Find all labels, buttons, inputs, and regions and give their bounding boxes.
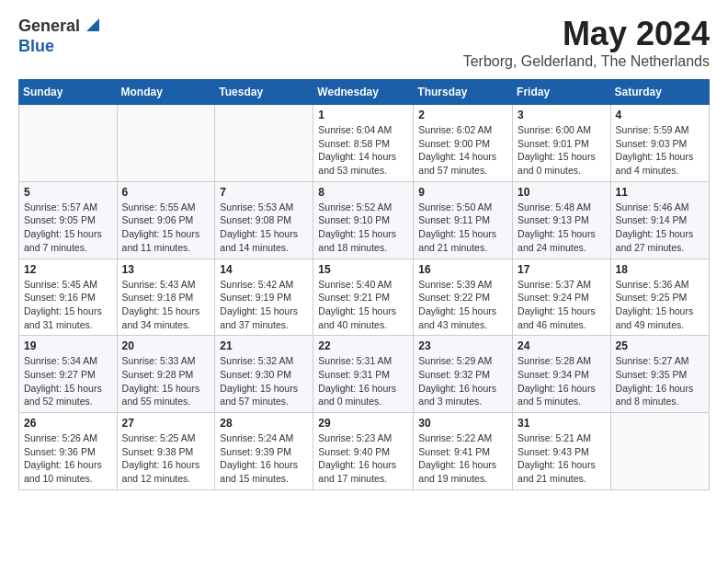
day-info: Sunrise: 5:57 AMSunset: 9:05 PMDaylight:… [24, 201, 112, 255]
day-info: Sunrise: 5:27 AMSunset: 9:35 PMDaylight:… [616, 354, 704, 408]
logo-icon [83, 17, 99, 33]
day-info: Sunrise: 5:22 AMSunset: 9:41 PMDaylight:… [418, 431, 507, 486]
calendar-cell: 28Sunrise: 5:24 AMSunset: 9:39 PMDayligh… [215, 413, 313, 490]
day-number: 26 [24, 417, 112, 430]
day-info: Sunrise: 5:48 AMSunset: 9:13 PMDaylight:… [518, 201, 606, 255]
calendar-cell: 11Sunrise: 5:46 AMSunset: 9:14 PMDayligh… [610, 181, 709, 259]
calendar-cell: 2Sunrise: 6:02 AMSunset: 9:00 PMDaylight… [414, 105, 513, 182]
calendar-cell: 26Sunrise: 5:26 AMSunset: 9:36 PMDayligh… [19, 413, 118, 490]
calendar-cell: 22Sunrise: 5:31 AMSunset: 9:31 PMDayligh… [313, 336, 414, 413]
logo-blue-text: Blue [18, 37, 54, 56]
calendar-cell: 27Sunrise: 5:25 AMSunset: 9:38 PMDayligh… [117, 413, 215, 490]
day-number: 19 [24, 339, 112, 352]
calendar-table: SundayMondayTuesdayWednesdayThursdayFrid… [18, 79, 710, 490]
calendar-cell: 24Sunrise: 5:28 AMSunset: 9:34 PMDayligh… [513, 336, 611, 413]
day-info: Sunrise: 5:43 AMSunset: 9:18 PMDaylight:… [122, 278, 210, 332]
day-number: 11 [616, 186, 704, 199]
calendar-cell: 23Sunrise: 5:29 AMSunset: 9:32 PMDayligh… [414, 336, 513, 413]
calendar-cell: 10Sunrise: 5:48 AMSunset: 9:13 PMDayligh… [513, 181, 611, 259]
day-number: 18 [616, 263, 704, 276]
day-info: Sunrise: 5:21 AMSunset: 9:43 PMDaylight:… [518, 431, 606, 486]
day-number: 23 [418, 339, 507, 352]
day-info: Sunrise: 5:40 AMSunset: 9:21 PMDaylight:… [318, 278, 408, 332]
calendar-cell: 18Sunrise: 5:36 AMSunset: 9:25 PMDayligh… [610, 259, 709, 336]
month-year-title: May 2024 [463, 15, 710, 53]
calendar-week-row: 12Sunrise: 5:45 AMSunset: 9:16 PMDayligh… [19, 259, 710, 336]
day-info: Sunrise: 5:32 AMSunset: 9:30 PMDaylight:… [220, 354, 308, 408]
day-of-week-header: Wednesday [313, 80, 414, 105]
calendar-cell: 12Sunrise: 5:45 AMSunset: 9:16 PMDayligh… [19, 259, 118, 336]
day-number: 17 [518, 263, 606, 276]
calendar-week-row: 1Sunrise: 6:04 AMSunset: 8:58 PMDaylight… [19, 105, 710, 182]
day-info: Sunrise: 5:23 AMSunset: 9:40 PMDaylight:… [318, 431, 408, 486]
day-info: Sunrise: 6:00 AMSunset: 9:01 PMDaylight:… [518, 123, 606, 178]
calendar-cell: 16Sunrise: 5:39 AMSunset: 9:22 PMDayligh… [414, 259, 513, 336]
calendar-cell: 13Sunrise: 5:43 AMSunset: 9:18 PMDayligh… [117, 259, 215, 336]
day-number: 5 [24, 186, 112, 199]
calendar-cell: 17Sunrise: 5:37 AMSunset: 9:24 PMDayligh… [513, 259, 611, 336]
day-number: 3 [518, 109, 606, 121]
day-number: 29 [318, 417, 408, 430]
calendar-cell: 7Sunrise: 5:53 AMSunset: 9:08 PMDaylight… [215, 181, 313, 259]
day-of-week-header: Saturday [610, 80, 709, 105]
logo: General Blue [18, 15, 99, 56]
day-info: Sunrise: 5:33 AMSunset: 9:28 PMDaylight:… [122, 354, 210, 408]
calendar-cell: 29Sunrise: 5:23 AMSunset: 9:40 PMDayligh… [313, 413, 414, 490]
day-number: 13 [122, 263, 210, 276]
day-info: Sunrise: 5:25 AMSunset: 9:38 PMDaylight:… [122, 431, 210, 486]
calendar-week-row: 19Sunrise: 5:34 AMSunset: 9:27 PMDayligh… [19, 336, 710, 413]
location-subtitle: Terborg, Gelderland, The Netherlands [463, 53, 710, 70]
day-info: Sunrise: 6:02 AMSunset: 9:00 PMDaylight:… [418, 123, 507, 178]
calendar-week-row: 26Sunrise: 5:26 AMSunset: 9:36 PMDayligh… [19, 413, 710, 490]
day-info: Sunrise: 6:04 AMSunset: 8:58 PMDaylight:… [318, 123, 408, 178]
day-info: Sunrise: 5:55 AMSunset: 9:06 PMDaylight:… [122, 201, 210, 255]
day-info: Sunrise: 5:31 AMSunset: 9:31 PMDaylight:… [318, 354, 408, 408]
calendar-cell: 21Sunrise: 5:32 AMSunset: 9:30 PMDayligh… [215, 336, 313, 413]
title-section: May 2024 Terborg, Gelderland, The Nether… [463, 15, 710, 70]
page-header: General Blue May 2024 Terborg, Gelderlan… [18, 15, 710, 70]
day-number: 22 [318, 339, 408, 352]
day-number: 1 [318, 109, 408, 121]
day-number: 6 [122, 186, 210, 199]
day-number: 10 [518, 186, 606, 199]
day-info: Sunrise: 5:42 AMSunset: 9:19 PMDaylight:… [220, 278, 308, 332]
day-number: 4 [616, 109, 704, 121]
calendar-cell: 6Sunrise: 5:55 AMSunset: 9:06 PMDaylight… [117, 181, 215, 259]
day-info: Sunrise: 5:36 AMSunset: 9:25 PMDaylight:… [616, 278, 704, 332]
calendar-cell: 20Sunrise: 5:33 AMSunset: 9:28 PMDayligh… [117, 336, 215, 413]
calendar-header-row: SundayMondayTuesdayWednesdayThursdayFrid… [19, 80, 710, 105]
day-number: 20 [122, 339, 210, 352]
calendar-cell [19, 105, 118, 182]
day-number: 24 [518, 339, 606, 352]
calendar-cell: 3Sunrise: 6:00 AMSunset: 9:01 PMDaylight… [513, 105, 611, 182]
day-number: 16 [418, 263, 507, 276]
calendar-cell [610, 413, 709, 490]
day-number: 2 [418, 109, 507, 121]
calendar-cell: 1Sunrise: 6:04 AMSunset: 8:58 PMDaylight… [313, 105, 414, 182]
day-info: Sunrise: 5:59 AMSunset: 9:03 PMDaylight:… [616, 123, 704, 178]
logo-general-text: General [18, 17, 80, 36]
calendar-cell [215, 105, 313, 182]
day-of-week-header: Monday [117, 80, 215, 105]
day-info: Sunrise: 5:50 AMSunset: 9:11 PMDaylight:… [418, 201, 507, 255]
calendar-week-row: 5Sunrise: 5:57 AMSunset: 9:05 PMDaylight… [19, 181, 710, 259]
calendar-cell: 4Sunrise: 5:59 AMSunset: 9:03 PMDaylight… [610, 105, 709, 182]
day-number: 7 [220, 186, 308, 199]
day-info: Sunrise: 5:52 AMSunset: 9:10 PMDaylight:… [318, 201, 408, 255]
day-of-week-header: Tuesday [215, 80, 313, 105]
day-number: 15 [318, 263, 408, 276]
calendar-cell [117, 105, 215, 182]
day-of-week-header: Friday [513, 80, 611, 105]
day-info: Sunrise: 5:28 AMSunset: 9:34 PMDaylight:… [518, 354, 606, 408]
calendar-cell: 5Sunrise: 5:57 AMSunset: 9:05 PMDaylight… [19, 181, 118, 259]
svg-marker-0 [86, 18, 99, 31]
day-info: Sunrise: 5:37 AMSunset: 9:24 PMDaylight:… [518, 278, 606, 332]
day-info: Sunrise: 5:53 AMSunset: 9:08 PMDaylight:… [220, 201, 308, 255]
day-number: 8 [318, 186, 408, 199]
calendar-cell: 30Sunrise: 5:22 AMSunset: 9:41 PMDayligh… [414, 413, 513, 490]
day-info: Sunrise: 5:24 AMSunset: 9:39 PMDaylight:… [220, 431, 308, 486]
calendar-cell: 31Sunrise: 5:21 AMSunset: 9:43 PMDayligh… [513, 413, 611, 490]
calendar-cell: 9Sunrise: 5:50 AMSunset: 9:11 PMDaylight… [414, 181, 513, 259]
day-of-week-header: Thursday [414, 80, 513, 105]
calendar-cell: 25Sunrise: 5:27 AMSunset: 9:35 PMDayligh… [610, 336, 709, 413]
